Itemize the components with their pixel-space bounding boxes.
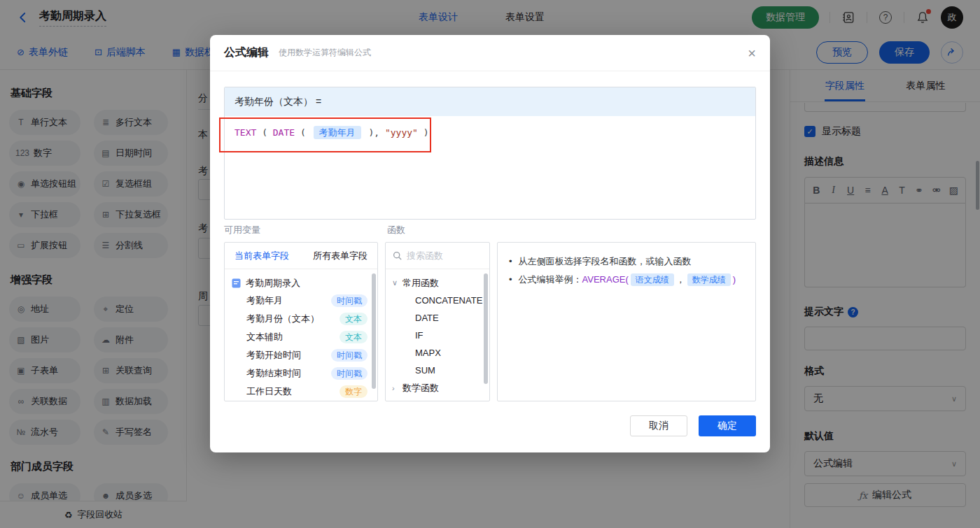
help-tip-1: 从左侧面板选择字段名和函数，或输入函数 [509,252,744,271]
close-icon[interactable]: × [748,46,756,60]
search-icon [393,251,402,260]
function-name: 数学函数 [402,382,439,394]
tree-chevron-icon: ∨ [392,278,399,287]
tab-all-form-fields[interactable]: 所有表单字段 [313,250,368,262]
search-placeholder: 搜索函数 [407,250,443,262]
variable-row[interactable]: 考勤结束时间 时间戳 [232,364,377,383]
help-example-chip: 数学成绩 [687,273,731,286]
variables-label: 可用变量 [224,224,260,236]
function-name: DATE [415,313,439,323]
modal-subtitle: 使用数学运算符编辑公式 [279,47,371,59]
variable-row[interactable]: 考勤开始时间 时间戳 [232,346,377,364]
variable-type-badge: 时间戳 [331,349,368,362]
tree-root-label: 考勤周期录入 [246,277,300,290]
function-name: 文本函数 [402,399,439,402]
variable-name: 考勤月份（文本） [246,313,319,325]
help-example-function: AVERAGE( [582,274,629,285]
modal-title: 公式编辑 [224,45,269,60]
variable-row[interactable]: 工作日天数 数字 [232,383,377,401]
function-name: CONCATENATE [415,295,482,306]
formula-help-panel: 从左侧面板选择字段名和函数，或输入函数 公式编辑举例：AVERAGE(语文成绩，… [497,242,756,401]
variable-row[interactable]: 考勤年月 时间戳 [232,292,377,310]
variable-type-badge: 数字 [340,385,368,398]
functions-label: 函数 [387,224,405,236]
variables-scrollbar[interactable] [372,273,376,389]
cancel-button[interactable]: 取消 [630,415,687,436]
function-name: MAPX [415,348,441,358]
formula-target-line: 考勤年份（文本） = [225,87,755,116]
variable-row[interactable]: 文本辅助 文本 [232,328,377,346]
help-example-close: ) [733,274,736,285]
help-example-prefix: 公式编辑举例： [519,274,582,285]
function-search[interactable]: 搜索函数 [386,243,489,269]
variables-tree: 考勤周期录入 考勤年月 时间戳 考勤月份（文本） 文本 文本辅助 [225,269,377,401]
variables-tabs: 当前表单字段 所有表单字段 [225,243,377,269]
function-row[interactable]: MAPX [386,344,489,362]
variable-name: 工作日天数 [246,385,292,398]
functions-scrollbar[interactable] [484,273,488,384]
function-name: SUM [415,365,435,376]
tree-chevron-icon: › [392,401,399,402]
variable-name: 考勤开始时间 [246,349,301,362]
function-row[interactable]: ∨ 常用函数 [386,274,489,292]
function-row[interactable]: SUM [386,362,489,379]
document-icon [232,278,241,288]
formula-token: ( [300,127,306,138]
variable-type-badge: 文本 [340,331,368,343]
function-row[interactable]: DATE [386,309,489,327]
formula-editor: 考勤年份（文本） = TEXT ( DATE ( 考勤年月 ), "yyyy" … [224,87,756,220]
help-example-chip: 语文成绩 [631,273,674,286]
variable-type-badge: 时间戳 [331,367,368,380]
help-tip-2: 公式编辑举例：AVERAGE(语文成绩，数学成绩) [509,271,744,289]
function-row[interactable]: › 文本函数 [386,397,489,401]
functions-panel: 搜索函数 ∨ 常用函数 CONCATENATE DATE [385,242,490,401]
tab-current-form-fields[interactable]: 当前表单字段 [234,250,289,262]
function-name: 常用函数 [402,277,439,290]
formula-token: "yyyy" [385,127,418,138]
tree-root-form[interactable]: 考勤周期录入 [232,274,377,292]
formula-edit-modal: 公式编辑 使用数学运算符编辑公式 × 考勤年份（文本） = TEXT ( DAT… [210,35,770,452]
formula-token: ) [424,127,429,138]
help-example-separator: ， [676,274,685,285]
variable-type-badge: 时间戳 [331,294,368,307]
variable-type-badge: 文本 [340,313,368,325]
formula-input-area[interactable]: TEXT ( DATE ( 考勤年月 ), "yyyy" ) [225,116,755,150]
modal-header: 公式编辑 使用数学运算符编辑公式 × [210,35,770,71]
modal-footer: 取消 确定 [630,415,756,436]
function-tree: ∨ 常用函数 CONCATENATE DATE IF [386,269,489,401]
formula-token: TEXT [234,127,256,138]
confirm-button[interactable]: 确定 [699,415,756,436]
formula-token: 考勤年月 [314,126,361,139]
variable-rows: 考勤年月 时间戳 考勤月份（文本） 文本 文本辅助 文本 考勤开始时间 [232,292,377,401]
function-row[interactable]: IF [386,327,489,344]
function-row[interactable]: CONCATENATE [386,292,489,309]
variable-name: 考勤结束时间 [246,367,301,380]
variable-name: 文本辅助 [246,331,283,343]
formula-token: ), [368,127,379,138]
formula-token: DATE [273,127,295,138]
formula-token: ( [262,127,267,138]
function-name: IF [415,330,424,341]
variable-row[interactable]: 考勤月份（文本） 文本 [232,310,377,328]
tree-chevron-icon: › [392,384,399,392]
variable-name: 考勤年月 [246,294,283,307]
function-row[interactable]: › 数学函数 [386,379,489,397]
variables-panel: 当前表单字段 所有表单字段 考勤周期录入 考勤年月 时间戳 考勤月份（文本） 文 [224,242,378,401]
